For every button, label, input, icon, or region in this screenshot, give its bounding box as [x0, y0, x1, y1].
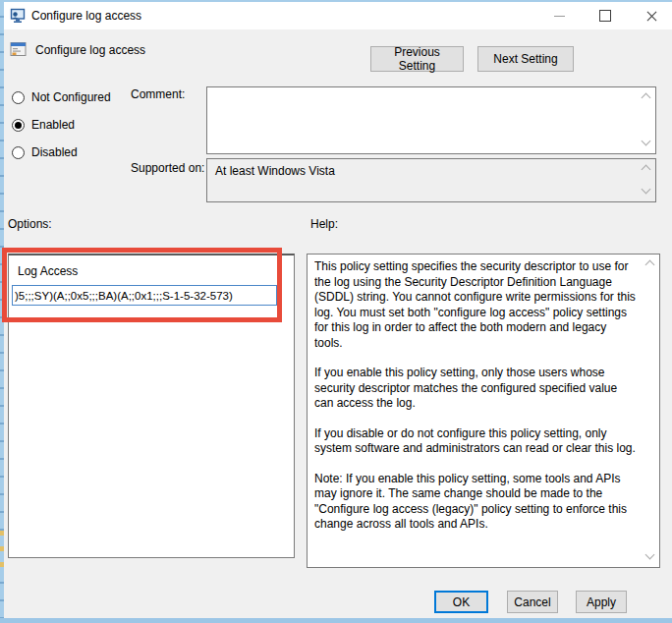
radio-not-configured[interactable]: Not Configured — [12, 90, 111, 104]
minimize-icon — [554, 16, 565, 17]
help-label: Help: — [310, 217, 338, 231]
help-panel: This policy setting specifies the securi… — [307, 254, 660, 568]
scroll-down-icon[interactable] — [642, 185, 651, 195]
apply-button[interactable]: Apply — [576, 591, 627, 613]
policy-setting-icon — [10, 8, 26, 24]
scroll-up-icon[interactable] — [645, 260, 655, 270]
maximize-icon — [599, 10, 611, 22]
radio-circle-icon — [12, 119, 25, 132]
help-paragraph: This policy setting specifies the securi… — [314, 259, 636, 351]
supported-on-label: Supported on: — [131, 161, 204, 175]
help-paragraph: If you enable this policy setting, only … — [314, 366, 636, 412]
configure-log-access-dialog: Configure log access Configure log acces… — [0, 0, 672, 623]
radio-label: Enabled — [31, 118, 75, 132]
help-paragraph: If you disable or do not configure this … — [314, 426, 636, 457]
setting-window-icon — [10, 40, 28, 58]
background-window-left-edge — [0, 0, 4, 623]
background-tree-mark — [0, 562, 4, 567]
background-tree-mark — [0, 546, 4, 551]
options-label: Options: — [8, 217, 52, 231]
radio-label: Not Configured — [31, 90, 111, 104]
setting-name: Configure log access — [35, 43, 145, 57]
supported-on-box: At least Windows Vista — [206, 158, 656, 202]
help-paragraph: Note: If you enable this policy setting,… — [314, 472, 636, 533]
comment-input[interactable] — [207, 87, 655, 153]
background-window-bottom-edge — [0, 618, 672, 623]
comment-box — [206, 86, 656, 154]
supported-on-value: At least Windows Vista — [215, 164, 335, 178]
title-bar: Configure log access — [4, 2, 672, 29]
log-access-input[interactable] — [12, 285, 277, 306]
radio-enabled[interactable]: Enabled — [12, 118, 75, 132]
ok-button[interactable]: OK — [434, 591, 488, 613]
comment-label: Comment: — [131, 87, 185, 101]
radio-disabled[interactable]: Disabled — [12, 145, 78, 159]
radio-circle-icon — [12, 91, 25, 104]
previous-setting-button[interactable]: Previous Setting — [370, 46, 464, 72]
next-setting-button[interactable]: Next Setting — [477, 46, 574, 72]
close-icon — [645, 10, 658, 23]
close-button[interactable] — [635, 2, 668, 29]
scroll-down-icon[interactable] — [645, 550, 655, 560]
background-tree-mark — [0, 531, 4, 536]
maximize-button[interactable] — [588, 2, 622, 29]
log-access-label: Log Access — [18, 264, 78, 278]
radio-circle-icon — [12, 146, 25, 159]
cancel-button[interactable]: Cancel — [507, 591, 558, 613]
window-title: Configure log access — [31, 9, 141, 23]
help-text: This policy setting specifies the securi… — [314, 259, 636, 563]
radio-label: Disabled — [31, 145, 78, 159]
scroll-up-icon[interactable] — [642, 165, 651, 175]
options-panel: Log Access — [8, 254, 295, 558]
minimize-button[interactable] — [542, 2, 576, 29]
